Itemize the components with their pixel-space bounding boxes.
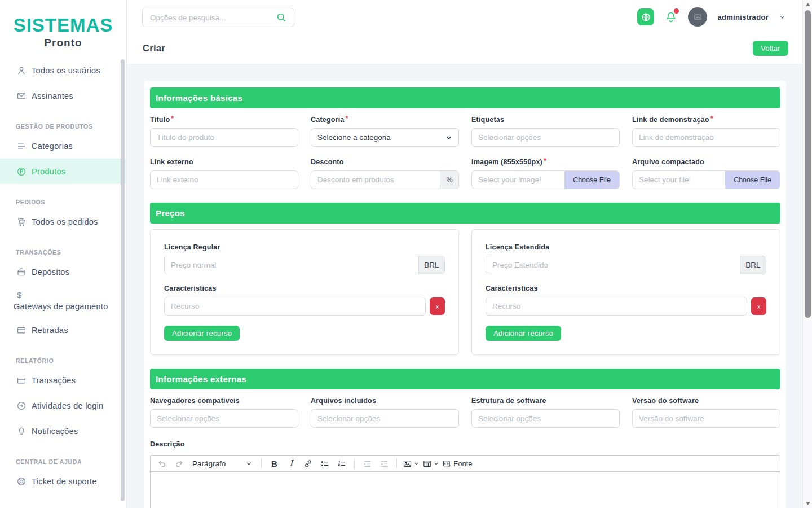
search-icon[interactable] <box>276 12 287 23</box>
back-button[interactable]: Voltar <box>753 41 788 56</box>
logo-title: SISTEMAS <box>0 15 126 36</box>
section-basic-info: Informações básicas <box>150 87 780 108</box>
field-estrutura-software: Estrutura de software <box>471 397 620 428</box>
estrutura-software-input[interactable] <box>471 409 620 428</box>
sidebar-scrollbar[interactable] <box>121 59 125 501</box>
avatar[interactable] <box>688 7 707 27</box>
categoria-label: Categoria <box>311 116 344 124</box>
required-mark: * <box>710 114 713 122</box>
sidebar-item-ticket-de-suporte[interactable]: Ticket de suporte <box>0 468 126 494</box>
chevron-down-icon <box>414 461 419 466</box>
preco-normal-input[interactable] <box>165 256 418 274</box>
arquivos-incluidos-label: Arquivos incluídos <box>311 397 376 405</box>
choose-file-button[interactable]: Choose File <box>725 171 780 189</box>
insert-image-button[interactable] <box>403 457 419 470</box>
estrutura-software-label: Estrutura de software <box>471 397 546 405</box>
source-icon <box>442 459 452 468</box>
page-title: Criar <box>143 43 165 54</box>
notifications-button[interactable] <box>664 10 678 24</box>
titulo-label: Título <box>150 116 170 124</box>
choose-file-button[interactable]: Choose File <box>564 171 619 189</box>
sidebar-heading-transacoes: TRANSAÇÕES <box>0 234 126 259</box>
search-input[interactable] <box>143 14 276 22</box>
italic-button[interactable]: I <box>284 457 298 470</box>
sidebar-item-label: Gateways de pagamento <box>14 302 108 311</box>
insert-table-button[interactable] <box>422 457 439 470</box>
sidebar-item-label: Todos os pedidos <box>32 217 98 226</box>
imagem-file-input[interactable]: Select your image! Choose File <box>471 170 620 189</box>
toolbar-separator <box>396 458 397 468</box>
field-titulo: Título* <box>150 116 298 147</box>
sidebar-item-depositos[interactable]: Depósitos <box>0 259 126 284</box>
broken-image-icon <box>694 13 702 21</box>
toolbar-separator <box>261 458 262 468</box>
versao-software-input[interactable] <box>632 409 780 428</box>
numbered-list-button[interactable] <box>335 457 348 470</box>
bulleted-list-button[interactable] <box>318 457 332 470</box>
link-button[interactable] <box>301 457 315 470</box>
rich-text-editor: Parágrafo B I <box>150 455 780 508</box>
arquivo-file-input[interactable]: Select your file! Choose File <box>632 170 780 189</box>
caracteristicas-label: Características <box>486 284 766 292</box>
page-scrollbar[interactable] <box>802 0 812 508</box>
scrollbar-thumb[interactable] <box>805 10 811 318</box>
field-link-externo: Link externo <box>150 158 298 189</box>
sidebar-item-assinantes[interactable]: Assinantes <box>0 83 126 108</box>
bold-button[interactable]: B <box>267 457 281 470</box>
indent-button[interactable] <box>377 457 391 470</box>
sidebar-item-label: Atividades de login <box>32 401 103 410</box>
preco-estendido-input[interactable] <box>486 256 740 274</box>
descricao-label: Descrição <box>150 440 780 448</box>
sidebar-item-categorias[interactable]: Categorias <box>0 133 126 159</box>
main-area: administrador Criar Voltar Informações b… <box>127 0 812 508</box>
search-box <box>142 8 294 27</box>
etiquetas-input[interactable] <box>471 128 620 147</box>
sidebar-item-label: Depósitos <box>32 268 69 277</box>
source-button[interactable]: Fonte <box>442 457 472 470</box>
sidebar-item-transacoes[interactable]: Transações <box>0 367 126 393</box>
sidebar-item-atividades-de-login[interactable]: Atividades de login <box>0 393 126 418</box>
table-icon <box>422 459 432 468</box>
language-button[interactable] <box>637 8 654 25</box>
link-externo-input[interactable] <box>150 170 298 189</box>
redo-button[interactable] <box>172 457 186 470</box>
indent-icon <box>379 459 389 468</box>
sidebar-heading-central-de-ajuda: CENTRAL DE AJUDA <box>0 444 126 468</box>
create-product-form: Informações básicas Título* Categoria* S… <box>144 81 786 508</box>
recurso-input[interactable] <box>486 297 747 316</box>
add-feature-button[interactable]: Adicionar recurso <box>164 326 240 341</box>
user-menu[interactable]: administrador <box>717 13 769 21</box>
scroll-down-arrow[interactable] <box>803 499 812 508</box>
notification-badge <box>674 8 679 14</box>
recurso-input[interactable] <box>164 297 426 316</box>
sidebar-item-todos-os-pedidos[interactable]: Todos os pedidos <box>0 209 126 234</box>
outdent-button[interactable] <box>360 457 374 470</box>
scroll-up-arrow[interactable] <box>803 0 812 9</box>
arquivos-incluidos-input[interactable] <box>311 409 459 428</box>
section-informacoes-externas: Informações externas <box>150 369 780 389</box>
link-demonstracao-input[interactable] <box>632 128 780 147</box>
link-externo-label: Link externo <box>150 158 193 166</box>
categoria-select[interactable]: Selecione a categoria <box>311 128 459 147</box>
editor-content[interactable] <box>151 472 780 508</box>
sidebar-heading-relatorio: RELATÓRIO <box>0 343 126 367</box>
sidebar-item-notificacoes[interactable]: Notificações <box>0 418 126 444</box>
remove-feature-button[interactable]: x <box>430 297 445 315</box>
bell-icon <box>16 426 27 436</box>
remove-feature-button[interactable]: x <box>751 297 766 315</box>
navegadores-input[interactable] <box>150 409 298 428</box>
titulo-input[interactable] <box>150 128 298 147</box>
caracteristicas-label: Características <box>164 284 445 292</box>
sidebar-item-gateways-de-pagamento[interactable]: $ Gateways de pagamento <box>0 284 126 317</box>
undo-button[interactable] <box>155 457 169 470</box>
add-feature-button[interactable]: Adicionar recurso <box>486 326 561 341</box>
sidebar-item-todos-os-usuarios[interactable]: Todos os usuários <box>0 58 126 83</box>
sidebar-item-retiradas[interactable]: Retiradas <box>0 317 126 343</box>
percent-suffix: % <box>440 171 458 189</box>
page-header: Criar Voltar <box>143 38 788 58</box>
paragraph-dropdown[interactable]: Parágrafo <box>189 459 255 468</box>
required-mark: * <box>544 156 546 165</box>
sidebar-item-produtos[interactable]: Produtos <box>0 159 126 184</box>
card-icon <box>16 325 27 335</box>
desconto-input[interactable] <box>311 171 440 189</box>
